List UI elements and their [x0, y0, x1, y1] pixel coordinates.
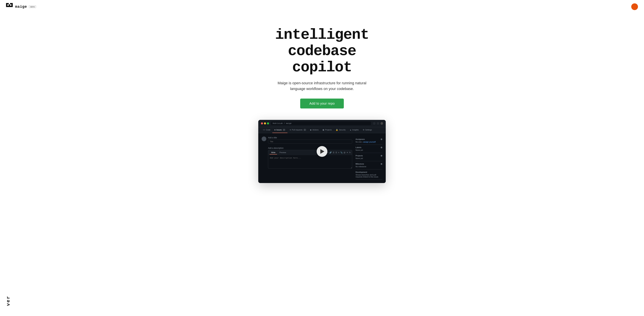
- nav-item-pull-requests[interactable]: ➔ Pull requests 1: [288, 127, 308, 133]
- svg-rect-2: [6, 4, 8, 6]
- issue-form-area: Add a title Add a description Write Prev…: [262, 137, 352, 180]
- minimize-dot: [264, 122, 266, 124]
- hero-section: intelligent codebase copilot Maige is op…: [263, 20, 381, 112]
- github-nav: <> Code ● Issues 3 ➔ Pull requests 1 ▶ A…: [258, 127, 386, 133]
- page-header: maige alpha: [0, 0, 644, 14]
- nav-item-actions[interactable]: ▶ Actions: [308, 127, 320, 133]
- write-tab[interactable]: Write: [270, 151, 277, 154]
- github-sidebar: Assignees ⚙ No one—assign yourself Label…: [356, 137, 382, 180]
- title-input[interactable]: [268, 140, 352, 144]
- nav-item-projects[interactable]: ▣ Projects: [320, 127, 334, 133]
- labels-value: None yet: [356, 149, 382, 151]
- svg-rect-3: [9, 4, 10, 6]
- projects-gear-icon[interactable]: ⚙: [380, 155, 382, 157]
- development-section: Development Shows branches and pull requ…: [356, 169, 382, 180]
- milestone-value: No milestone: [356, 166, 382, 168]
- nav-item-code[interactable]: <> Code: [261, 127, 272, 133]
- close-dot: [261, 122, 263, 124]
- preview-tab[interactable]: Preview: [278, 151, 288, 154]
- nav-item-issues[interactable]: ● Issues 3: [272, 127, 288, 133]
- svg-rect-0: [6, 3, 8, 4]
- milestone-gear-icon[interactable]: ⚙: [380, 163, 382, 165]
- add-to-repo-button[interactable]: Add to your repo: [300, 99, 344, 109]
- user-avatar-button[interactable]: [631, 3, 638, 10]
- svg-rect-11: [12, 6, 13, 7]
- description-textarea[interactable]: [268, 155, 352, 169]
- labels-gear-icon[interactable]: ⚙: [380, 146, 382, 149]
- maige-logo-icon: [6, 3, 14, 11]
- alpha-badge: alpha: [29, 5, 36, 8]
- assignees-label: Assignees: [356, 138, 365, 140]
- assignees-section: Assignees ⚙ No one—assign yourself: [356, 137, 382, 145]
- nav-item-security[interactable]: 🔒 Security: [334, 127, 348, 133]
- labels-section: Labels ⚙ None yet: [356, 145, 382, 153]
- assignees-gear-icon[interactable]: ⚙: [380, 138, 382, 141]
- editor-toolbar: Write Preview H B I ≡ </> 🔗 ☰: [268, 150, 352, 155]
- svg-rect-9: [10, 6, 12, 7]
- nav-item-insights[interactable]: ▲ Insights: [348, 127, 361, 133]
- svg-rect-1: [8, 3, 9, 4]
- svg-rect-6: [9, 6, 10, 7]
- user-avatar-small: [262, 137, 266, 141]
- milestone-section: Milestone ⚙ No milestone: [356, 161, 382, 169]
- main-content: intelligent codebase copilot Maige is op…: [0, 0, 644, 183]
- hero-title: intelligent codebase copilot: [267, 27, 377, 76]
- github-body: Add a title Add a description Write Prev…: [258, 133, 386, 183]
- title-label: Add a title: [268, 137, 352, 139]
- assignees-value: No one—assign yourself: [356, 141, 382, 143]
- svg-rect-10: [12, 4, 13, 6]
- issue-header: Add a title Add a description Write Prev…: [262, 137, 352, 169]
- logo-area: maige alpha: [6, 3, 36, 11]
- play-icon: [320, 149, 324, 154]
- projects-value: None yet: [356, 157, 382, 159]
- github-topbar: RubricLab / maige: [258, 120, 386, 127]
- svg-rect-5: [8, 6, 9, 7]
- development-label: Development: [356, 171, 367, 173]
- demo-area: RubricLab / maige <> Code ● Issues 3: [258, 120, 386, 183]
- description-label: Add a description: [268, 147, 352, 149]
- maximize-dot: [267, 122, 269, 124]
- logo-text: maige: [15, 5, 27, 9]
- svg-rect-8: [12, 3, 13, 4]
- url-bar: RubricLab / maige: [271, 122, 371, 125]
- milestone-label: Milestone: [356, 163, 364, 165]
- svg-rect-7: [10, 3, 12, 4]
- hero-subtitle: Maige is open-source infrastructure for …: [275, 80, 369, 92]
- svg-rect-4: [6, 6, 8, 7]
- labels-label: Labels: [356, 146, 362, 148]
- projects-label: Projects: [356, 155, 363, 157]
- projects-section: Projects ⚙ None yet: [356, 153, 382, 161]
- issue-form: Add a title Add a description Write Prev…: [268, 137, 352, 169]
- assign-yourself-link[interactable]: assign yourself: [363, 141, 376, 143]
- play-button[interactable]: [317, 146, 327, 157]
- vertical-label: ver: [6, 295, 11, 306]
- window-dots: [261, 122, 269, 124]
- nav-item-settings[interactable]: ⚙ Settings: [361, 127, 374, 133]
- development-value: Shows branches and pull requests linked …: [356, 174, 382, 178]
